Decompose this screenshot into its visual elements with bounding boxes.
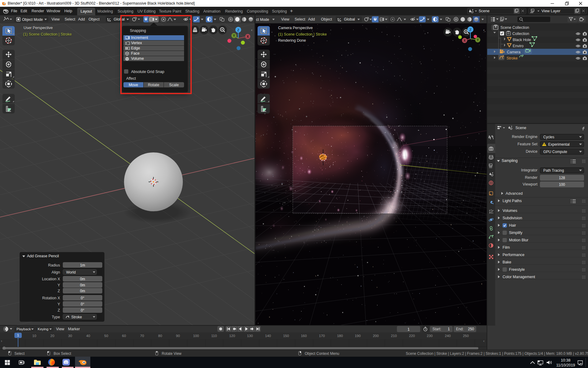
svg-text:Z: Z bbox=[469, 28, 471, 32]
svg-text:Z: Z bbox=[237, 28, 239, 32]
svg-text:X: X bbox=[463, 39, 466, 42]
svg-text:Y: Y bbox=[477, 38, 479, 42]
svg-text:Y: Y bbox=[233, 34, 235, 37]
svg-text:X: X bbox=[247, 35, 249, 38]
